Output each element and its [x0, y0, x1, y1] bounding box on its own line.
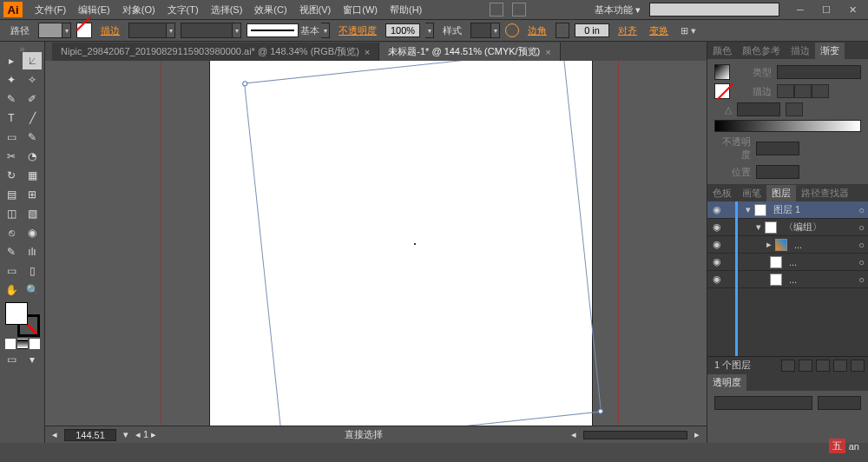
- gradient-slider[interactable]: [714, 120, 861, 132]
- free-transform-tool[interactable]: ▤: [2, 186, 21, 203]
- align-link[interactable]: 边角: [524, 24, 550, 37]
- document-tab-2[interactable]: 未标题-1* @ 144.51% (CMYK/预览)×: [379, 43, 560, 61]
- selection-handle-br[interactable]: [598, 408, 604, 414]
- tab-pathfinder[interactable]: 路径查找器: [796, 185, 854, 201]
- tab-swatches[interactable]: 色板: [707, 185, 737, 201]
- window-close[interactable]: ✕: [840, 2, 865, 17]
- layer-row[interactable]: ◉ ... ○: [707, 271, 868, 288]
- brush-dd[interactable]: [321, 23, 330, 38]
- layer-name[interactable]: ...: [786, 274, 855, 285]
- blend-tool[interactable]: ✎: [2, 243, 21, 261]
- menu-effect[interactable]: 效果(C): [249, 2, 292, 18]
- angle-input[interactable]: [737, 102, 780, 116]
- visibility-icon[interactable]: ◉: [711, 239, 723, 251]
- opt-extra-icon[interactable]: ⊞ ▾: [681, 25, 696, 36]
- stroke-swatch[interactable]: [76, 23, 92, 38]
- stroke-link[interactable]: 描边: [97, 24, 123, 37]
- scissors-tool[interactable]: ✂: [2, 148, 21, 165]
- target-icon[interactable]: ○: [858, 274, 865, 285]
- transform-link[interactable]: 变换: [646, 24, 672, 37]
- tab-color-guide[interactable]: 颜色参考: [737, 43, 786, 59]
- tab-stroke[interactable]: 描边: [786, 43, 815, 59]
- tab-color[interactable]: 颜色: [707, 43, 737, 59]
- layout-icon-2[interactable]: [512, 3, 526, 16]
- scroll-right[interactable]: ▸: [694, 429, 700, 440]
- gradient-tool[interactable]: ⎋: [2, 224, 21, 241]
- width-tool[interactable]: ▦: [23, 167, 42, 184]
- paintbrush-tool[interactable]: ✎: [23, 129, 42, 146]
- column-graph-tool[interactable]: ılı: [23, 243, 42, 261]
- tab-gradient[interactable]: 渐变: [815, 43, 845, 59]
- target-icon[interactable]: ○: [858, 205, 865, 215]
- zoom-input[interactable]: [64, 429, 116, 441]
- gradient-stroke-preview[interactable]: [714, 83, 730, 99]
- layer-name[interactable]: 图层 1: [770, 203, 855, 216]
- menu-window[interactable]: 窗口(W): [338, 2, 383, 18]
- scale-tool[interactable]: ↻: [2, 167, 21, 184]
- menu-type[interactable]: 文字(T): [162, 2, 204, 18]
- new-sublayer-icon[interactable]: [816, 360, 830, 372]
- target-icon[interactable]: ○: [858, 257, 865, 267]
- stroke-weight[interactable]: [128, 23, 167, 38]
- layer-row[interactable]: ◉ ▾ 图层 1 ○: [707, 201, 868, 219]
- window-minimize[interactable]: ─: [788, 2, 812, 17]
- visibility-icon[interactable]: ◉: [711, 221, 723, 234]
- blend-mode-select[interactable]: [714, 396, 812, 410]
- menu-view[interactable]: 视图(V): [294, 2, 337, 18]
- canvas[interactable]: [45, 61, 707, 426]
- close-icon[interactable]: ×: [545, 47, 550, 57]
- slice-tool[interactable]: ▯: [23, 262, 42, 280]
- eyedropper-tool[interactable]: ◉: [23, 224, 42, 241]
- gradient-type-select[interactable]: [777, 65, 861, 79]
- brush-preview[interactable]: [247, 23, 299, 37]
- mesh-tool[interactable]: ▧: [23, 205, 42, 222]
- fill-swatch[interactable]: [38, 23, 62, 38]
- stroke-profile[interactable]: [181, 23, 233, 38]
- fill-dropdown[interactable]: [62, 23, 71, 38]
- selection-tool[interactable]: ▸: [2, 52, 21, 69]
- magic-wand-tool[interactable]: ✦: [2, 71, 21, 89]
- transparency-opacity-input[interactable]: [818, 396, 861, 410]
- stroke-profile-dd[interactable]: [233, 23, 241, 38]
- aspect-btn[interactable]: [786, 102, 803, 116]
- tab-brushes[interactable]: 画笔: [737, 185, 766, 201]
- screen-mode-dd[interactable]: ▾: [23, 351, 42, 368]
- type-tool[interactable]: T: [2, 109, 21, 127]
- layer-row[interactable]: ◉ ... ○: [707, 254, 868, 271]
- direct-selection-tool[interactable]: ⟀: [23, 52, 42, 69]
- visibility-icon[interactable]: ◉: [711, 274, 723, 286]
- align-input[interactable]: [575, 23, 609, 37]
- document-tab-1[interactable]: Nipic_29842067_20190829115903980000.ai* …: [52, 43, 379, 61]
- tab-transparency[interactable]: 透明度: [707, 374, 746, 391]
- stroke-weight-dd[interactable]: [167, 23, 175, 38]
- search-input[interactable]: [649, 3, 779, 16]
- opacity-link[interactable]: 不透明度: [335, 24, 380, 37]
- hand-tool[interactable]: ✋: [2, 281, 21, 299]
- screen-mode[interactable]: ▭: [2, 351, 21, 368]
- visibility-icon[interactable]: ◉: [711, 256, 723, 268]
- menu-edit[interactable]: 编辑(E): [73, 2, 115, 18]
- scroll-left[interactable]: ◂: [571, 429, 576, 440]
- zoom-dd[interactable]: ▾: [123, 429, 128, 440]
- selection-rectangle[interactable]: [244, 61, 602, 426]
- layout-icon-1[interactable]: [490, 3, 503, 16]
- menu-object[interactable]: 对象(O): [117, 2, 161, 18]
- fill-box[interactable]: [5, 302, 28, 325]
- delete-layer-icon[interactable]: [851, 360, 865, 372]
- locate-object-icon[interactable]: [781, 360, 795, 372]
- slider-opacity-input[interactable]: [756, 142, 799, 155]
- artboard-nav[interactable]: ◂ 1 ▸: [135, 429, 156, 440]
- layer-row[interactable]: ◉ ▾ 〈编组〉 ○: [707, 219, 868, 236]
- slider-location-input[interactable]: [756, 165, 799, 179]
- rotate-tool[interactable]: ◔: [23, 148, 42, 165]
- menu-file[interactable]: 文件(F): [30, 2, 71, 18]
- style-dd[interactable]: [491, 23, 500, 38]
- stroke-mode-3[interactable]: [812, 84, 829, 98]
- gradient-mode[interactable]: [17, 339, 28, 349]
- perspective-tool[interactable]: ◫: [2, 205, 21, 222]
- gradient-preview[interactable]: [714, 64, 730, 80]
- color-mode[interactable]: [5, 339, 16, 349]
- pen-tool[interactable]: ✎: [2, 90, 21, 108]
- visibility-icon[interactable]: ◉: [711, 204, 723, 216]
- new-layer-icon[interactable]: [833, 360, 847, 372]
